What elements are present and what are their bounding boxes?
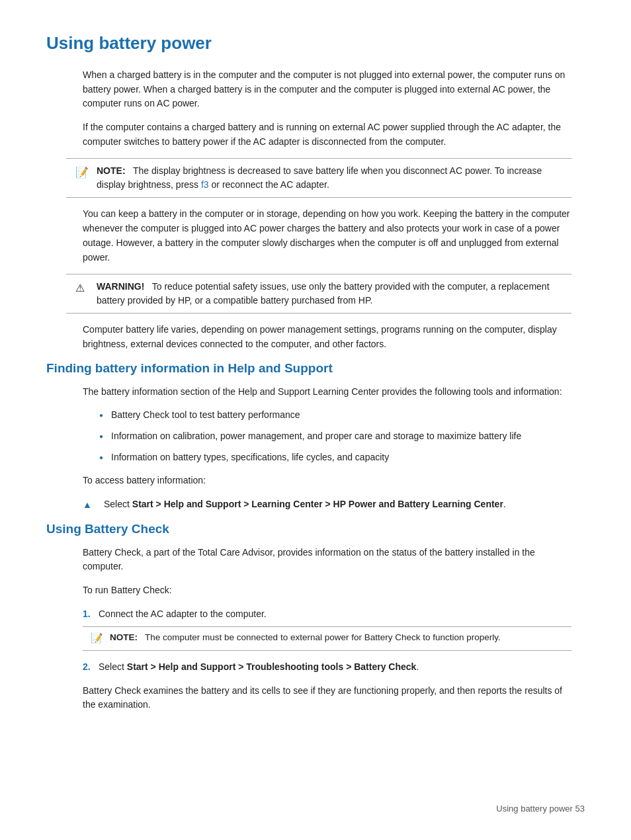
main-paragraph-3: You can keep a battery in the computer o…	[83, 207, 571, 265]
warning-body: To reduce potential safety issues, use o…	[97, 281, 550, 306]
step-2-text: Select	[99, 661, 127, 672]
warning-label: WARNING!	[97, 281, 144, 292]
step-note-text: NOTE: The computer must be connected to …	[110, 631, 501, 644]
step-note-icon: 📝	[91, 631, 103, 646]
list-item: Select Start > Help and Support > Troubl…	[83, 660, 571, 675]
battery-check-closing: Battery Check examines the battery and i…	[83, 684, 571, 712]
step-2-end: .	[416, 661, 419, 672]
battery-check-steps: Connect the AC adapter to the computer. …	[83, 607, 571, 675]
battery-check-run-label: To run Battery Check:	[83, 583, 571, 598]
finding-bullets: Battery Check tool to test battery perfo…	[99, 408, 571, 464]
page-title: Using battery power	[46, 33, 585, 54]
note-f3-link: f3	[201, 179, 209, 190]
warning-icon: ⚠	[75, 280, 90, 296]
finding-action: ▲ Select Start > Help and Support > Lear…	[83, 497, 571, 513]
list-item: Battery Check tool to test battery perfo…	[99, 408, 571, 423]
warning-box-battery: ⚠ WARNING! To reduce potential safety is…	[66, 274, 571, 314]
triangle-icon: ▲	[83, 498, 97, 513]
main-paragraph-4: Computer battery life varies, depending …	[83, 323, 571, 351]
note-body-end: or reconnect the AC adapter.	[209, 179, 329, 190]
main-paragraph-2: If the computer contains a charged batte…	[83, 120, 571, 149]
note-text: NOTE: The display brightness is decrease…	[97, 164, 562, 192]
step-note-body: The computer must be connected to extern…	[145, 632, 501, 642]
warning-text: WARNING! To reduce potential safety issu…	[97, 280, 562, 308]
finding-access-label: To access battery information:	[83, 474, 571, 488]
battery-check-intro: Battery Check, a part of the Total Care …	[83, 546, 571, 574]
step-1-text: Connect the AC adapter to the computer.	[99, 609, 267, 619]
note-label: NOTE:	[97, 165, 126, 176]
step-note-box: 📝 NOTE: The computer must be connected t…	[83, 626, 571, 651]
main-paragraph-1: When a charged battery is in the compute…	[83, 68, 571, 111]
list-item: Information on battery types, specificat…	[99, 450, 571, 465]
list-item: Information on calibration, power manage…	[99, 429, 571, 444]
section-title-finding: Finding battery information in Help and …	[46, 361, 585, 376]
section-title-battery-check: Using Battery Check	[46, 522, 585, 536]
finding-intro: The battery information section of the H…	[83, 385, 571, 399]
list-item: Connect the AC adapter to the computer. …	[83, 607, 571, 651]
finding-action-text: Select Start > Help and Support > Learni…	[104, 497, 506, 512]
note-box-brightness: 📝 NOTE: The display brightness is decrea…	[66, 158, 571, 198]
step-2-bold: Start > Help and Support > Troubleshooti…	[127, 661, 417, 672]
finding-action-bold: Start > Help and Support > Learning Cent…	[132, 499, 503, 509]
step-note-label: NOTE:	[110, 632, 138, 642]
page-footer: Using battery power 53	[496, 804, 585, 814]
note-icon: 📝	[75, 165, 90, 181]
